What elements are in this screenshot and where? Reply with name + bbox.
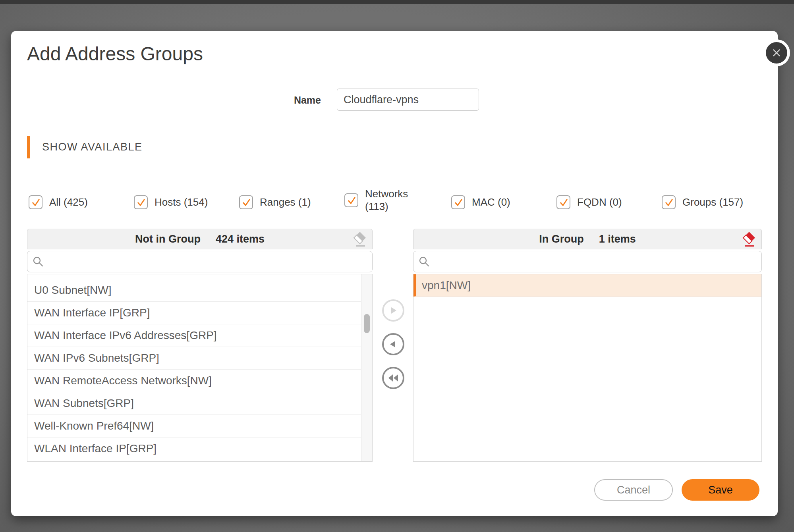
- eraser-icon: [353, 231, 367, 247]
- scrollbar-track[interactable]: [361, 274, 372, 461]
- move-right-button[interactable]: [382, 299, 404, 322]
- filter-item: Ranges (1): [239, 195, 311, 209]
- not-in-group-list: U0 Subnet[NW] WAN Interface IP[GRP] WAN …: [27, 274, 373, 462]
- list-item[interactable]: vpn1[NW]: [413, 274, 761, 297]
- checkmark-icon: [241, 197, 251, 208]
- clear-right-selection-button[interactable]: [742, 231, 756, 247]
- filter-checkbox[interactable]: [344, 193, 358, 207]
- filter-item: FQDN (0): [556, 195, 622, 209]
- filter-checkbox[interactable]: [29, 195, 43, 209]
- panel-in-group: In Group 1 items vpn1[NW]: [413, 229, 762, 462]
- filter-checkbox[interactable]: [134, 195, 148, 209]
- clear-left-selection-button[interactable]: [353, 231, 367, 247]
- filter-item: Hosts (154): [134, 195, 208, 209]
- panel-not-in-group: Not in Group 424 items U0 Subnet[NW] WAN…: [27, 229, 373, 462]
- checkmark-icon: [664, 197, 674, 208]
- search-icon: [32, 256, 44, 268]
- checkmark-icon: [31, 197, 41, 208]
- filter-label: All (425): [49, 196, 88, 208]
- filter-label: Networks (113): [365, 188, 417, 213]
- close-button[interactable]: [766, 42, 787, 64]
- filter-label: FQDN (0): [577, 196, 622, 208]
- cancel-button[interactable]: Cancel: [594, 479, 673, 501]
- panel-title: Not in Group: [135, 233, 201, 245]
- add-address-groups-dialog: Add Address Groups Name SHOW AVAILABLE A…: [11, 31, 778, 516]
- list-item[interactable]: WAN IPv6 Subnets[GRP]: [27, 347, 361, 370]
- list-item-partial[interactable]: [27, 274, 361, 279]
- double-arrow-left-icon: [388, 374, 399, 382]
- checkmark-icon: [558, 197, 569, 208]
- right-search-input[interactable]: [434, 255, 757, 268]
- filter-label: MAC (0): [472, 196, 510, 208]
- eraser-icon: [742, 231, 756, 247]
- filter-label: Hosts (154): [155, 196, 208, 208]
- arrow-left-icon: [388, 339, 398, 349]
- list-item[interactable]: WAN Interface IP[GRP]: [27, 302, 361, 324]
- filter-item: All (425): [29, 195, 88, 209]
- search-icon: [418, 256, 430, 268]
- filter-row: All (425) Hosts (154) Ranges (1) Network…: [11, 185, 778, 223]
- filter-item: Groups (157): [662, 195, 743, 209]
- panel-count: 1 items: [599, 233, 636, 245]
- section-accent-bar: [27, 136, 30, 158]
- panel-header: In Group 1 items: [413, 229, 762, 249]
- checkmark-icon: [136, 197, 146, 208]
- filter-label: Ranges (1): [260, 196, 311, 208]
- save-button[interactable]: Save: [682, 479, 759, 501]
- filter-checkbox[interactable]: [239, 195, 253, 209]
- list-item[interactable]: WAN Interface IPv6 Addresses[GRP]: [27, 324, 361, 347]
- filter-item: Networks (113): [344, 188, 417, 213]
- name-label: Name: [234, 94, 321, 106]
- dialog-title: Add Address Groups: [27, 43, 203, 65]
- checkmark-icon: [346, 195, 357, 206]
- section-title: SHOW AVAILABLE: [42, 141, 143, 153]
- scrollbar-thumb[interactable]: [364, 314, 370, 333]
- list-item[interactable]: WLAN Interface IP[GRP]: [27, 438, 361, 460]
- list-item[interactable]: U0 Subnet[NW]: [27, 279, 361, 302]
- move-left-button[interactable]: [382, 333, 404, 355]
- in-group-list: vpn1[NW]: [413, 274, 762, 462]
- right-search-box: [413, 251, 762, 272]
- checkmark-icon: [453, 197, 464, 208]
- filter-checkbox[interactable]: [556, 195, 570, 209]
- filter-checkbox[interactable]: [451, 195, 465, 209]
- left-search-input[interactable]: [48, 255, 367, 268]
- left-search-box: [27, 251, 373, 272]
- panel-count: 424 items: [216, 233, 265, 245]
- close-icon: [771, 48, 782, 58]
- list-item[interactable]: WAN RemoteAccess Networks[NW]: [27, 370, 361, 392]
- filter-item: MAC (0): [451, 195, 510, 209]
- name-input[interactable]: [337, 89, 479, 111]
- filter-checkbox[interactable]: [662, 195, 676, 209]
- backdrop-top-strip: [0, 0, 794, 4]
- filter-label: Groups (157): [682, 196, 743, 208]
- arrow-right-icon: [388, 306, 398, 315]
- panel-header: Not in Group 424 items: [27, 229, 373, 249]
- move-all-left-button[interactable]: [382, 367, 404, 389]
- list-item[interactable]: Well-Known Pref64[NW]: [27, 415, 361, 438]
- list-item[interactable]: WAN Subnets[GRP]: [27, 392, 361, 415]
- show-available-section: SHOW AVAILABLE: [27, 136, 143, 158]
- panel-title: In Group: [539, 233, 583, 245]
